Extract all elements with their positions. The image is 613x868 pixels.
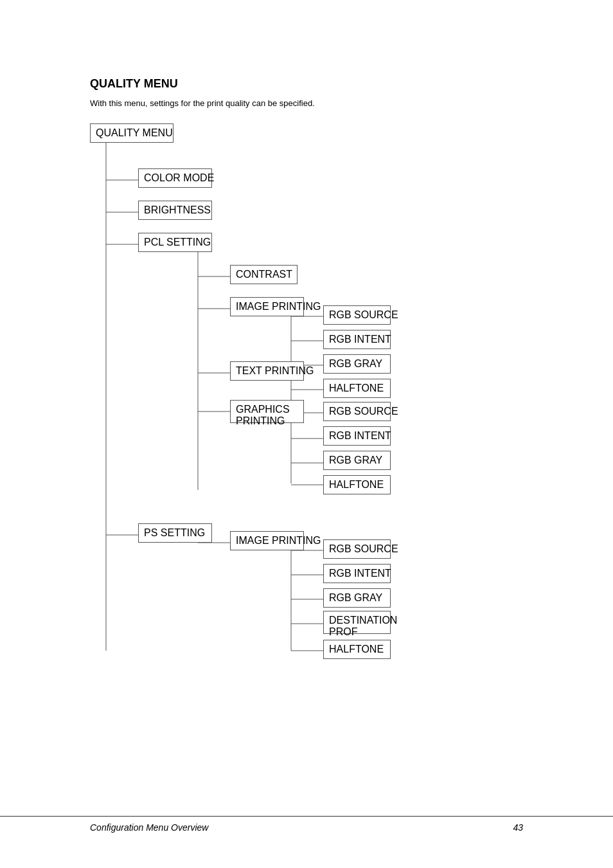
graphics-printing-node: GRAPHICS PRINTING <box>230 400 304 423</box>
rgb-gray-3-node: RGB GRAY <box>323 588 391 608</box>
diagram-container: QUALITY MENU COLOR MODE BRIGHTNESS PCL S… <box>90 123 475 683</box>
page-title: QUALITY MENU <box>90 77 523 91</box>
rgb-gray-2-node: RGB GRAY <box>323 451 391 470</box>
pcl-setting-node: PCL SETTING <box>138 233 212 252</box>
color-mode-node: COLOR MODE <box>138 168 212 188</box>
image-printing-pcl-node: IMAGE PRINTING <box>230 297 304 316</box>
halftone-1-node: HALFTONE <box>323 379 391 398</box>
page-description: With this menu, settings for the print q… <box>90 98 523 108</box>
brightness-node: BRIGHTNESS <box>138 201 212 220</box>
footer: Configuration Menu Overview 43 <box>90 822 523 833</box>
quality-menu-node: QUALITY MENU <box>90 123 173 143</box>
footer-divider <box>0 816 613 817</box>
rgb-intent-2-node: RGB INTENT <box>323 426 391 446</box>
contrast-node: CONTRAST <box>230 265 298 284</box>
rgb-intent-3-node: RGB INTENT <box>323 564 391 583</box>
text-printing-node: TEXT PRINTING <box>230 361 304 381</box>
rgb-source-2-node: RGB SOURCE <box>323 402 391 421</box>
rgb-source-3-node: RGB SOURCE <box>323 539 391 559</box>
rgb-source-1-node: RGB SOURCE <box>323 305 391 325</box>
image-printing-ps-node: IMAGE PRINTING <box>230 531 304 550</box>
destination-prof-node: DESTINATION PROF <box>323 611 391 634</box>
rgb-gray-1-node: RGB GRAY <box>323 354 391 374</box>
ps-setting-node: PS SETTING <box>138 523 212 543</box>
footer-page-number: 43 <box>513 822 523 833</box>
footer-left-text: Configuration Menu Overview <box>90 822 208 833</box>
halftone-4-node: HALFTONE <box>323 640 391 659</box>
rgb-intent-1-node: RGB INTENT <box>323 330 391 349</box>
halftone-2-node: HALFTONE <box>323 475 391 494</box>
